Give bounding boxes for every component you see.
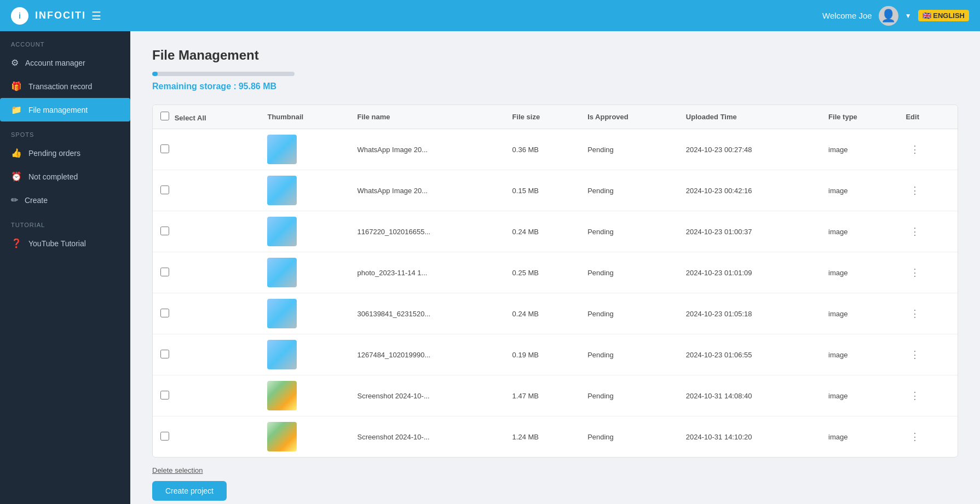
table-row: Screenshot 2024-10-... 1.24 MB Pending 2… [153, 416, 958, 457]
row-edit-menu[interactable]: ⋮ [906, 142, 924, 157]
welcome-text: Welcome Joe [822, 11, 872, 20]
col-uploaded: Uploaded Time [678, 105, 821, 129]
row-thumbnail-cell [260, 252, 349, 293]
menu-icon[interactable]: ☰ [91, 9, 101, 22]
sidebar-item-transaction-record[interactable]: 🎁 Transaction record [0, 74, 130, 98]
row-approved: Pending [580, 293, 678, 334]
file-table: Select All Thumbnail File name File size… [153, 105, 958, 457]
sidebar: ACCOUNT ⚙ Account manager 🎁 Transaction … [0, 31, 130, 504]
sidebar-item-youtube-tutorial[interactable]: ❓ YouTube Tutorial [0, 231, 130, 255]
topnav-right: Welcome Joe 👤 ▼ 🇬🇧 ENGLISH [822, 6, 969, 26]
row-checkbox[interactable] [160, 268, 169, 276]
sidebar-item-not-completed[interactable]: ⏰ Not completed [0, 165, 130, 188]
avatar: 👤 [879, 6, 898, 26]
storage-bar-container [152, 72, 295, 76]
row-edit-menu[interactable]: ⋮ [906, 429, 924, 444]
row-checkbox[interactable] [160, 350, 169, 358]
row-edit-cell: ⋮ [898, 293, 958, 334]
row-filesize: 1.47 MB [505, 375, 580, 416]
row-checkbox-cell [153, 252, 260, 293]
row-edit-cell: ⋮ [898, 211, 958, 252]
storage-bar-fill [152, 72, 158, 76]
pencil-icon: ✏ [11, 195, 18, 205]
col-select-all: Select All [153, 105, 260, 129]
row-thumbnail-cell [260, 170, 349, 211]
sidebar-section-tutorial: TUTORIAL ❓ YouTube Tutorial [0, 212, 130, 255]
row-checkbox[interactable] [160, 391, 169, 399]
logo-text: INFOCITI [35, 10, 86, 21]
row-filetype: image [821, 211, 898, 252]
col-filename: File name [349, 105, 504, 129]
row-checkbox[interactable] [160, 309, 169, 317]
row-filename: Screenshot 2024-10-... [349, 375, 504, 416]
sidebar-section-label-account: ACCOUNT [0, 31, 130, 51]
row-uploaded: 2024-10-23 00:42:16 [678, 170, 821, 211]
row-filesize: 0.15 MB [505, 170, 580, 211]
logo-icon: i [11, 7, 28, 25]
row-checkbox[interactable] [160, 144, 169, 153]
row-thumbnail-cell [260, 211, 349, 252]
sidebar-section-account: ACCOUNT ⚙ Account manager 🎁 Transaction … [0, 31, 130, 121]
row-checkbox-cell [153, 416, 260, 457]
sidebar-item-label: Not completed [28, 172, 78, 181]
row-checkbox[interactable] [160, 186, 169, 194]
row-edit-menu[interactable]: ⋮ [906, 224, 924, 239]
row-filetype: image [821, 252, 898, 293]
delete-selection-link[interactable]: Delete selection [152, 466, 958, 474]
sidebar-item-label: Create [25, 196, 48, 205]
row-filetype: image [821, 334, 898, 375]
thumbnail [267, 340, 297, 369]
row-checkbox-cell [153, 211, 260, 252]
file-table-body: WhatsApp Image 20... 0.36 MB Pending 202… [153, 129, 958, 457]
row-edit-menu[interactable]: ⋮ [906, 265, 924, 280]
storage-label: Remaining storage : [152, 82, 237, 91]
row-approved: Pending [580, 170, 678, 211]
row-approved: Pending [580, 252, 678, 293]
sidebar-section-label-spots: SPOTS [0, 121, 130, 141]
thumbnail [267, 176, 297, 205]
sidebar-item-file-management[interactable]: 📁 File management [0, 98, 130, 121]
row-filename: 306139841_6231520... [349, 293, 504, 334]
create-project-button[interactable]: Create project [152, 481, 227, 501]
row-filename: WhatsApp Image 20... [349, 129, 504, 170]
row-filename: 1167220_102016655... [349, 211, 504, 252]
row-filetype: image [821, 170, 898, 211]
row-edit-cell: ⋮ [898, 129, 958, 170]
row-checkbox[interactable] [160, 432, 169, 441]
col-edit: Edit [898, 105, 958, 129]
row-checkbox[interactable] [160, 227, 169, 235]
table-row: 1167220_102016655... 0.24 MB Pending 202… [153, 211, 958, 252]
row-edit-menu[interactable]: ⋮ [906, 347, 924, 362]
row-edit-menu[interactable]: ⋮ [906, 183, 924, 198]
row-approved: Pending [580, 416, 678, 457]
sidebar-item-pending-orders[interactable]: 👍 Pending orders [0, 141, 130, 165]
table-row: 1267484_102019990... 0.19 MB Pending 202… [153, 334, 958, 375]
storage-value: 95.86 MB [239, 82, 276, 91]
thumbnail [267, 422, 297, 451]
row-filetype: image [821, 416, 898, 457]
row-edit-cell: ⋮ [898, 375, 958, 416]
clock-icon: ⏰ [11, 171, 22, 182]
table-row: WhatsApp Image 20... 0.15 MB Pending 202… [153, 170, 958, 211]
chevron-down-icon[interactable]: ▼ [905, 12, 912, 20]
row-edit-menu[interactable]: ⋮ [906, 388, 924, 403]
row-filename: photo_2023-11-14 1... [349, 252, 504, 293]
row-edit-menu[interactable]: ⋮ [906, 306, 924, 321]
row-approved: Pending [580, 129, 678, 170]
row-approved: Pending [580, 334, 678, 375]
table-row: Screenshot 2024-10-... 1.47 MB Pending 2… [153, 375, 958, 416]
sidebar-item-label: Account manager [25, 59, 85, 67]
sidebar-item-account-manager[interactable]: ⚙ Account manager [0, 51, 130, 74]
thumbnail [267, 217, 297, 246]
sidebar-item-create[interactable]: ✏ Create [0, 188, 130, 212]
row-edit-cell: ⋮ [898, 416, 958, 457]
row-uploaded: 2024-10-31 14:08:40 [678, 375, 821, 416]
row-checkbox-cell [153, 334, 260, 375]
row-thumbnail-cell [260, 293, 349, 334]
row-filesize: 0.24 MB [505, 211, 580, 252]
question-icon: ❓ [11, 238, 22, 248]
row-filesize: 0.19 MB [505, 334, 580, 375]
select-all-checkbox[interactable] [160, 112, 169, 120]
row-thumbnail-cell [260, 334, 349, 375]
language-badge[interactable]: 🇬🇧 ENGLISH [918, 10, 969, 21]
